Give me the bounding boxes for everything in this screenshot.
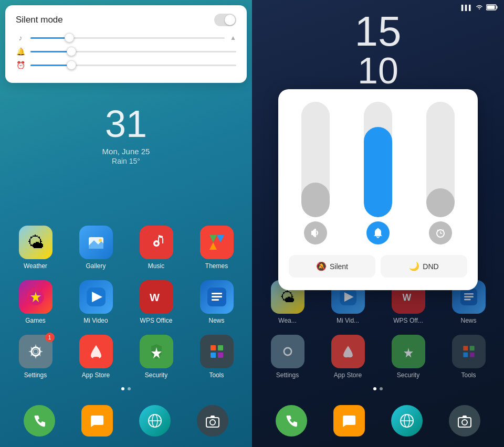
svg-rect-58 [464,299,470,301]
dock-camera[interactable] [197,405,228,437]
dot-2 [128,387,131,390]
right-app-appstore[interactable]: App Store [318,329,378,384]
svg-point-39 [210,420,215,425]
weather-label-text: Weather [24,262,47,270]
alarm-volume-bar[interactable] [426,102,455,217]
svg-rect-42 [487,6,495,9]
svg-rect-57 [464,296,474,297]
dnd-button[interactable]: 🌙 DND [381,255,467,278]
gallery-icon [79,226,113,259]
right-settings-icon [271,335,304,368]
dock-messages[interactable] [81,405,113,437]
date-number: 31 [0,105,252,143]
svg-rect-72 [458,418,471,427]
ring-icon: 🔔 [16,47,25,56]
svg-rect-65 [463,346,468,350]
ring-slider-track[interactable] [30,51,236,52]
silent-button[interactable]: 🔕 Silent [289,255,375,278]
right-security-icon [392,335,425,368]
app-appstore[interactable]: App Store [66,329,126,384]
right-dock-phone[interactable] [276,405,307,437]
right-dock-camera[interactable] [449,405,480,437]
right-app-security[interactable]: Security [378,329,438,384]
slider-expand-icon: ▲ [230,34,236,41]
svg-point-2 [99,239,102,242]
date-label: Mon, June 25 [0,147,252,156]
music-slider-row: ♪ ▲ [16,34,236,42]
wifi-icon [476,5,483,10]
app-news[interactable]: News [186,275,247,329]
games-icon [19,280,52,314]
right-dock-browser[interactable] [391,405,423,437]
music-volume-bar[interactable] [301,102,330,217]
ring-volume-col [364,102,392,244]
app-games[interactable]: Games [5,275,66,329]
right-panel: ▌▌▌ 15 10 [252,0,504,447]
silent-btn-icon: 🔕 [316,261,327,271]
app-gallery[interactable]: Gallery [66,220,126,275]
right-tools-icon [452,335,486,368]
ring-volume-icon [366,221,390,244]
weather-icon: 🌤 [19,226,52,259]
clock-display: 15 10 [252,10,504,89]
svg-rect-56 [464,293,474,295]
svg-rect-21 [212,296,222,297]
right-app-settings[interactable]: Settings [257,329,318,384]
svg-rect-33 [211,353,216,358]
security-icon [140,335,173,368]
svg-rect-34 [218,353,223,358]
svg-text:W: W [402,292,411,303]
app-security[interactable]: Security [126,329,186,384]
app-mivideo[interactable]: Mi Video [66,275,126,329]
clock-hour: 15 [252,10,504,52]
app-music[interactable]: Music [126,220,186,275]
date-weather-display: 31 Mon, June 25 Rain 15° [0,105,252,165]
mivideo-icon [79,280,113,314]
app-tools[interactable]: Tools [186,329,247,384]
security-label: Security [145,371,167,379]
app-wps[interactable]: W WPS Office [126,275,186,329]
gallery-label: Gallery [86,262,106,270]
silent-mode-card: Silent mode ♪ ▲ 🔔 ⏰ [5,5,247,83]
dot-1 [121,387,124,390]
app-themes[interactable]: Themes [186,220,247,275]
svg-point-25 [34,349,38,354]
music-app-icon [140,226,173,259]
wps-icon: W [140,280,173,314]
dnd-btn-label: DND [423,262,438,271]
right-dot-2 [380,387,383,390]
weather-label: Rain 15° [0,157,252,165]
alarm-slider-track[interactable] [30,65,236,66]
svg-rect-30 [207,342,226,361]
app-weather[interactable]: 🌤 Weather [5,220,66,275]
music-icon: ♪ [16,34,25,42]
right-app-tools[interactable]: Tools [438,329,499,384]
music-volume-icon [304,221,327,244]
svg-point-73 [462,420,467,425]
settings-label: Settings [24,371,47,379]
tools-icon [200,335,234,368]
svg-rect-32 [218,345,223,350]
right-dock [252,405,504,437]
dock-browser[interactable] [139,405,171,437]
svg-point-60 [286,349,289,353]
dock-phone[interactable] [24,405,55,437]
right-app-grid: 🌤 Wea... Mi Vid... W WPS Off... News S [252,275,504,384]
mivideo-label: Mi Video [83,317,108,324]
app-settings[interactable]: 1 Settings [5,329,66,384]
clock-min: 10 [252,52,504,89]
music-label: Music [148,262,164,270]
svg-point-27 [93,357,99,359]
tools-label: Tools [209,371,224,379]
right-dock-messages[interactable] [333,405,365,437]
right-dot-1 [373,387,376,390]
svg-rect-31 [211,345,216,350]
svg-rect-38 [206,418,219,427]
ring-volume-bar[interactable] [364,102,392,217]
music-slider-track[interactable] [30,37,225,39]
battery-icon [486,4,498,10]
dock [0,405,252,437]
app-grid: 🌤 Weather Gallery [0,220,252,384]
svg-point-5 [155,242,158,245]
silent-mode-toggle[interactable] [214,14,236,26]
